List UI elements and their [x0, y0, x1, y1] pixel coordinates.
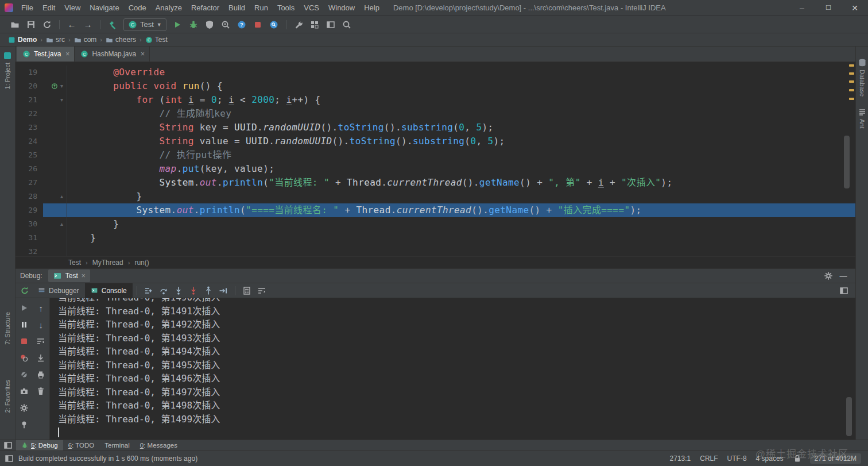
- menu-window[interactable]: Window: [324, 0, 359, 16]
- code-line[interactable]: 25 // 执行put操作: [16, 148, 855, 162]
- view-breakpoints-icon[interactable]: [18, 352, 30, 364]
- file-encoding[interactable]: UTF-8: [727, 455, 747, 463]
- editor-breadcrumb-item[interactable]: Test: [68, 259, 81, 267]
- scroll-to-end-icon[interactable]: [34, 352, 47, 364]
- breadcrumb-item-demo[interactable]: Demo: [7, 36, 38, 44]
- code-line[interactable]: 32: [16, 245, 855, 256]
- line-number[interactable]: 27: [16, 176, 43, 190]
- stop-icon[interactable]: [18, 335, 30, 348]
- gutter-fold-column[interactable]: [43, 66, 67, 79]
- build-icon[interactable]: [105, 18, 120, 32]
- breadcrumb-item-test[interactable]: CTest: [144, 36, 169, 44]
- minimize-button[interactable]: –: [789, 0, 815, 16]
- fold-open-icon[interactable]: ▾: [60, 79, 63, 93]
- soft-wrap-icon[interactable]: [34, 335, 47, 348]
- code-line[interactable]: 24 String value = UUID.randomUUID().toSt…: [16, 134, 855, 148]
- fold-close-icon[interactable]: ▴: [60, 217, 63, 231]
- line-number[interactable]: 29: [16, 203, 43, 217]
- breadcrumb-item-cheers[interactable]: cheers: [104, 36, 137, 44]
- menu-navigate[interactable]: Navigate: [85, 0, 123, 16]
- run-icon[interactable]: [170, 18, 185, 32]
- line-number[interactable]: 26: [16, 162, 43, 176]
- console-output[interactable]: 当前线程: Thread-0, 第1490次插入当前线程: Thread-0, …: [50, 298, 855, 440]
- line-number[interactable]: 28: [16, 190, 43, 203]
- gutter-fold-column[interactable]: [43, 231, 67, 245]
- code-line[interactable]: 19 @Override: [16, 66, 855, 79]
- toolwindow-button-messages[interactable]: 0: Messages: [135, 440, 183, 451]
- lock-icon[interactable]: [793, 454, 802, 463]
- hide-panel-icon[interactable]: —: [836, 269, 850, 282]
- code-line[interactable]: 29 System.out.println("====当前线程名: " + Th…: [16, 203, 855, 217]
- toolwindow-button-todo[interactable]: 6: TODO: [63, 440, 100, 451]
- fold-open-icon[interactable]: ▾: [60, 93, 63, 107]
- sidebar-item-ant[interactable]: Ant: [856, 107, 868, 129]
- code-line[interactable]: 21▾ for (int i = 0; i < 2000; i++) {: [16, 93, 855, 107]
- forward-icon[interactable]: →: [80, 18, 95, 32]
- line-number[interactable]: 24: [16, 134, 43, 148]
- breadcrumb-item-src[interactable]: src: [45, 36, 66, 44]
- editor-scrollbar[interactable]: [844, 136, 850, 188]
- thread-dump-icon[interactable]: [18, 385, 30, 398]
- code-line[interactable]: 23 String key = UUID.randomUUID().toStri…: [16, 121, 855, 134]
- restore-layout-icon[interactable]: [837, 284, 851, 297]
- override-marker-icon[interactable]: [51, 83, 58, 90]
- gutter-fold-column[interactable]: [43, 162, 67, 176]
- close-icon[interactable]: ×: [82, 272, 86, 280]
- sidebar-item-project[interactable]: 1: Project: [0, 51, 15, 89]
- code-line[interactable]: 30▴ }: [16, 217, 855, 231]
- toolwindow-switcher-icon[interactable]: [3, 441, 13, 450]
- statusbar-toolwindow-icon[interactable]: [5, 454, 14, 463]
- caret-position[interactable]: 2713:1: [670, 455, 691, 463]
- gutter-fold-column[interactable]: ▾: [43, 93, 67, 107]
- find-icon[interactable]: [266, 18, 281, 32]
- step-into-icon[interactable]: [172, 284, 185, 297]
- gutter-fold-column[interactable]: [43, 121, 67, 134]
- gutter-fold-column[interactable]: [43, 107, 67, 121]
- code-line[interactable]: 31 }: [16, 231, 855, 245]
- menu-view[interactable]: View: [60, 0, 85, 16]
- debug-icon[interactable]: [186, 18, 201, 32]
- menu-analyze[interactable]: Analyze: [151, 0, 187, 16]
- search-icon[interactable]: [339, 18, 354, 32]
- mute-breakpoints-icon[interactable]: [18, 368, 30, 381]
- gutter-fold-column[interactable]: [43, 176, 67, 190]
- tab-debugger[interactable]: Debugger: [32, 283, 85, 298]
- gutter-fold-column[interactable]: [43, 203, 67, 217]
- pin-icon[interactable]: [18, 418, 30, 431]
- menu-run[interactable]: Run: [250, 0, 273, 16]
- debug-settings-gear-icon[interactable]: [822, 269, 835, 282]
- menu-build[interactable]: Build: [224, 0, 250, 16]
- tab-console[interactable]: Console: [85, 283, 133, 298]
- line-number[interactable]: 20: [16, 79, 43, 93]
- code-line[interactable]: 27 System.out.println("当前线程: " + Thread.…: [16, 176, 855, 190]
- close-icon[interactable]: ×: [141, 50, 145, 58]
- back-icon[interactable]: ←: [64, 18, 79, 32]
- editor-breadcrumb-item[interactable]: run(): [134, 259, 149, 267]
- line-number[interactable]: 30: [16, 217, 43, 231]
- indent-setting[interactable]: 4 spaces: [756, 455, 784, 463]
- run-configuration-selector[interactable]: C Test ▼: [123, 18, 166, 31]
- step-over-icon[interactable]: [157, 284, 170, 297]
- code-editor[interactable]: 19 @Override20▾ public void run() {21▾ f…: [16, 62, 855, 256]
- code-line[interactable]: 28▴ }: [16, 190, 855, 203]
- memory-indicator[interactable]: 271 of 4012M: [810, 453, 861, 464]
- menu-code[interactable]: Code: [124, 0, 151, 16]
- line-number[interactable]: 32: [16, 245, 43, 256]
- open-icon[interactable]: [7, 18, 22, 32]
- close-icon[interactable]: ×: [65, 50, 69, 58]
- console-scrollbar[interactable]: [846, 397, 852, 436]
- settings-gear-icon[interactable]: [18, 402, 30, 414]
- coverage-icon[interactable]: [202, 18, 217, 32]
- gutter-fold-column[interactable]: ▴: [43, 217, 67, 231]
- gutter-fold-column[interactable]: [43, 148, 67, 162]
- gutter-fold-column[interactable]: ▾: [43, 79, 67, 93]
- line-number[interactable]: 25: [16, 148, 43, 162]
- sidebar-item-database[interactable]: Database: [856, 58, 868, 97]
- line-number[interactable]: 21: [16, 93, 43, 107]
- maximize-button[interactable]: ☐: [815, 0, 842, 16]
- line-number[interactable]: 22: [16, 107, 43, 121]
- toolwindow-button-debug[interactable]: 5: Debug: [16, 440, 63, 451]
- menu-file[interactable]: File: [17, 0, 38, 16]
- inspection-mark[interactable]: [849, 98, 854, 100]
- profiler-icon[interactable]: [218, 18, 233, 32]
